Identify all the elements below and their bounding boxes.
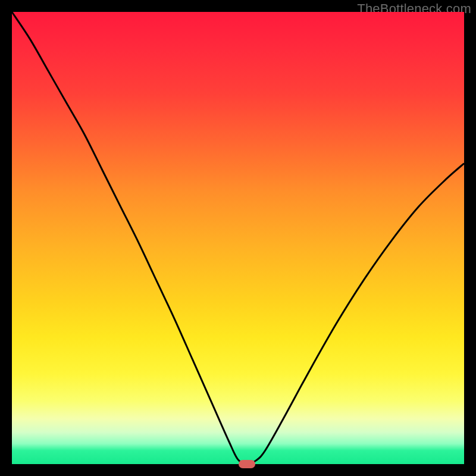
bottleneck-curve	[12, 12, 464, 464]
optimal-point-marker	[239, 460, 255, 468]
curve-svg	[12, 12, 464, 464]
plot-area	[12, 12, 464, 464]
chart-frame: TheBottleneck.com	[0, 0, 476, 476]
